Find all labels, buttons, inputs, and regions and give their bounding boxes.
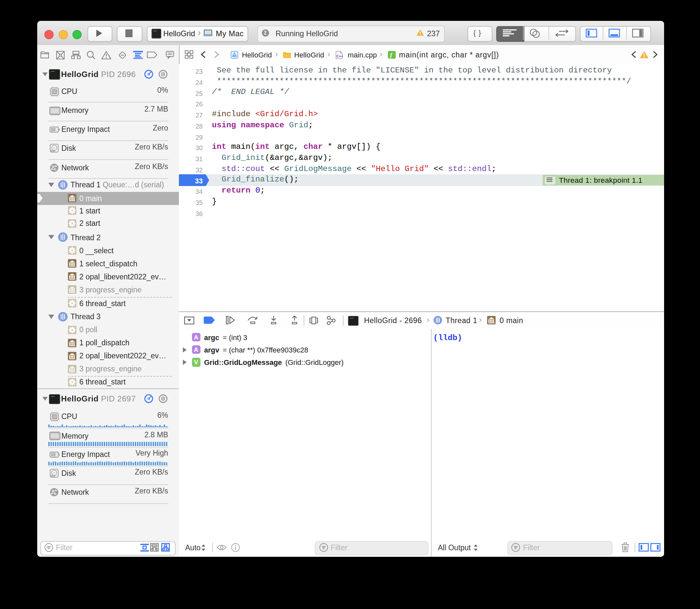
svg-text:C++: C++ (336, 54, 343, 58)
